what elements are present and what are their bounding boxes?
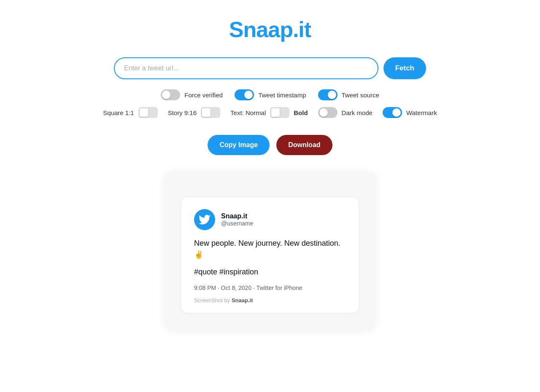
twitter-bird-icon [199, 214, 211, 226]
label-story: Story 9:16 [168, 109, 197, 116]
actions-row: Copy Image Download [208, 135, 332, 155]
control-tweet-timestamp: Tweet timestamp [235, 89, 306, 100]
controls-row-2: Square 1:1 Story 9:16 Text: Normal Bold [103, 107, 437, 118]
control-force-verified: Force verified [161, 89, 223, 100]
toggle-tweet-source[interactable] [318, 89, 338, 100]
label-square: Square 1:1 [103, 109, 134, 116]
tweet-header: Snaap.it @username [194, 209, 346, 230]
control-dark-mode: Dark mode [318, 107, 373, 118]
label-tweet-timestamp: Tweet timestamp [258, 91, 306, 99]
control-text-normal: Text: Normal Bold [230, 107, 308, 118]
checkbox-square[interactable] [138, 107, 158, 118]
app-title: Snaap.it [229, 17, 311, 42]
label-tweet-source: Tweet source [342, 91, 379, 99]
watermark-brand: Snaap.it [232, 297, 253, 303]
toggle-force-verified[interactable] [161, 89, 180, 100]
toggle-tweet-timestamp[interactable] [235, 89, 254, 100]
download-button[interactable]: Download [276, 135, 332, 155]
tweet-url-input[interactable] [114, 57, 378, 79]
toggle-dark-mode[interactable] [318, 107, 338, 118]
control-tweet-source: Tweet source [318, 89, 379, 100]
toggle-watermark[interactable] [383, 107, 402, 118]
tweet-watermark: ScreenShot by Snaap.it [194, 297, 346, 303]
copy-image-button[interactable]: Copy Image [208, 135, 270, 155]
checkbox-text-normal[interactable] [270, 107, 289, 118]
search-row: Fetch [114, 57, 426, 79]
label-bold: Bold [294, 109, 308, 116]
tweet-meta: 9:08 PM · Oct 8, 2020 · Twitter for iPho… [194, 285, 346, 291]
label-watermark: Watermark [406, 109, 437, 116]
label-force-verified: Force verified [184, 91, 223, 99]
tweet-content: New people. New journey. New destination… [194, 238, 346, 260]
tweet-card: Snaap.it @username New people. New journ… [181, 197, 359, 313]
tweet-username: @username [221, 220, 253, 227]
fetch-button[interactable]: Fetch [383, 57, 426, 79]
controls-row-1: Force verified Tweet timestamp Tweet sou… [161, 89, 379, 100]
label-text-normal: Text: Normal [230, 109, 266, 116]
control-story: Story 9:16 [168, 107, 220, 118]
control-square: Square 1:1 [103, 107, 157, 118]
checkbox-story[interactable] [201, 107, 220, 118]
tweet-hashtags: #quote #inspiration [194, 266, 346, 278]
watermark-prefix: ScreenShot by [194, 297, 232, 303]
tweet-display-name: Snaap.it [221, 212, 253, 220]
tweet-avatar [194, 209, 215, 230]
control-watermark: Watermark [383, 107, 437, 118]
label-dark-mode: Dark mode [342, 109, 373, 116]
tweet-user-info: Snaap.it @username [221, 212, 253, 227]
tweet-preview-wrapper: Snaap.it @username New people. New journ… [165, 172, 375, 330]
